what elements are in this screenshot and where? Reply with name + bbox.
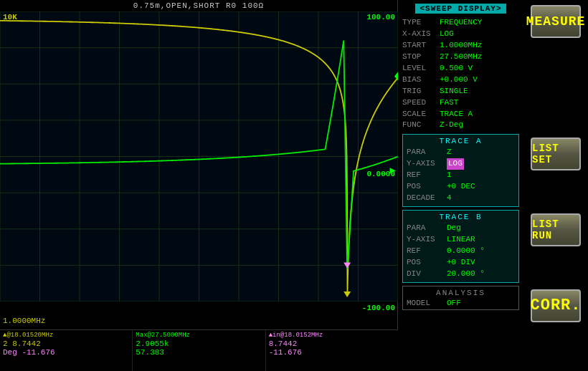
marker-1-label: ▲@18.01520MHz <box>3 332 129 339</box>
trace-a-box: TRACE A PARA Z Y-AXIS LOG REF 1 POS +0 D… <box>402 134 519 207</box>
param-scale: SCALE TRACE A <box>402 109 519 120</box>
sweep-header: <SWEEP DISPLAY> <box>398 0 523 16</box>
list-run-button[interactable]: LIST RUN <box>531 213 581 246</box>
main-chart <box>0 11 398 302</box>
marker-2-label: Max@27.5000MHz <box>136 332 262 339</box>
param-trig: TRIG SINGLE <box>402 86 519 97</box>
marker-1-val2: Deg -11.676 <box>3 348 129 357</box>
param-speed: SPEED FAST <box>402 97 519 109</box>
trace-a-pos: POS +0 DEC <box>407 181 515 193</box>
listrun-btn-col: LIST RUN <box>523 208 588 284</box>
y-label-right-bot: -100.00 <box>362 304 395 312</box>
trace-b-para: PARA Deg <box>407 223 515 234</box>
trace-a-col: TRACE A PARA Z Y-AXIS LOG REF 1 POS +0 D… <box>398 132 523 208</box>
marker-arrow: ▶ <box>390 163 396 175</box>
analysis-title: ANALYSIS <box>407 289 515 297</box>
control-panel: <SWEEP DISPLAY> TYPE FREQUENCY X-AXIS LO… <box>398 0 588 371</box>
param-func: FUNC Z-Deg <box>402 120 519 131</box>
y-label-left-top: 10K <box>3 13 17 21</box>
analysis-box: ANALYSIS MODEL OFF <box>402 286 519 310</box>
x-label-left: 1.0000MHz <box>3 317 45 325</box>
trace-b-div: DIV 20.000 ° <box>407 269 515 280</box>
trace-b-ref: REF 0.0000 ° <box>407 246 515 257</box>
param-stop: STOP 27.500MHz <box>402 52 519 63</box>
measure-button[interactable]: MEASURE <box>531 5 581 38</box>
trace-a-para: PARA Z <box>407 147 515 158</box>
trace-b-col: TRACE B PARA Deg Y-AXIS LINEAR REF 0.000… <box>398 208 523 284</box>
trace-b-yaxis: Y-AXIS LINEAR <box>407 234 515 246</box>
trace-a-ref: REF 1 <box>407 170 515 181</box>
sweep-params: TYPE FREQUENCY X-AXIS LOG START 1.0000MH… <box>398 16 523 132</box>
param-level: LEVEL 0.500 V <box>402 63 519 74</box>
trace-a-yaxis: Y-AXIS LOG <box>407 158 515 170</box>
marker-col-3: ▲in@18.0152MHz 8.7442 -11.676 <box>266 330 398 371</box>
y-label-right-top: 100.00 <box>366 13 395 21</box>
list-set-button[interactable]: LIST SET <box>531 138 581 170</box>
listset-btn-col: LIST SET <box>523 132 588 208</box>
marker-1-val1: 2 8.7442 <box>3 339 129 348</box>
param-start: START 1.0000MHz <box>402 40 519 52</box>
corr-btn-col: CORR. <box>523 284 588 371</box>
measure-btn-col: MEASURE <box>523 0 588 132</box>
marker-2-val1: 2.9055k <box>136 339 262 348</box>
marker-col-2: Max@27.5000MHz 2.9055k 57.383 <box>133 330 265 371</box>
chart-title: 0.75m,OPEN,SHORT R0 100Ω <box>0 0 397 11</box>
sweep-header-label: <SWEEP DISPLAY> <box>415 4 506 14</box>
chart-area: 0.75m,OPEN,SHORT R0 100Ω 100.00 0.0000 -… <box>0 0 398 371</box>
param-bias: BIAS +0.000 V <box>402 74 519 86</box>
marker-col-1: ▲@18.01520MHz 2 8.7442 Deg -11.676 <box>0 330 133 371</box>
trace-b-box: TRACE B PARA Deg Y-AXIS LINEAR REF 0.000… <box>402 210 519 283</box>
param-type: TYPE FREQUENCY <box>402 17 519 29</box>
marker-3-label: ▲in@18.0152MHz <box>269 332 395 339</box>
param-xaxis: X-AXIS LOG <box>402 29 519 40</box>
analysis-model: MODEL OFF <box>407 299 515 307</box>
trace-a-title: TRACE A <box>407 137 515 145</box>
trace-a-decade: DECADE 4 <box>407 193 515 204</box>
trace-b-pos: POS +0 DIV <box>407 257 515 269</box>
sweep-params-col: <SWEEP DISPLAY> TYPE FREQUENCY X-AXIS LO… <box>398 0 523 132</box>
marker-3-val1: 8.7442 <box>269 339 395 348</box>
bottom-bar: ▲@18.01520MHz 2 8.7442 Deg -11.676 Max@2… <box>0 329 398 371</box>
analysis-col: ANALYSIS MODEL OFF <box>398 284 523 371</box>
marker-2-val2: 57.383 <box>136 348 262 357</box>
chart-canvas-wrapper: 100.00 0.0000 -100.00 10K 1.0000MHz ▶ <box>0 11 398 341</box>
marker-3-val2: -11.676 <box>269 348 395 357</box>
corr-button[interactable]: CORR. <box>531 289 581 322</box>
trace-b-title: TRACE B <box>407 213 515 221</box>
